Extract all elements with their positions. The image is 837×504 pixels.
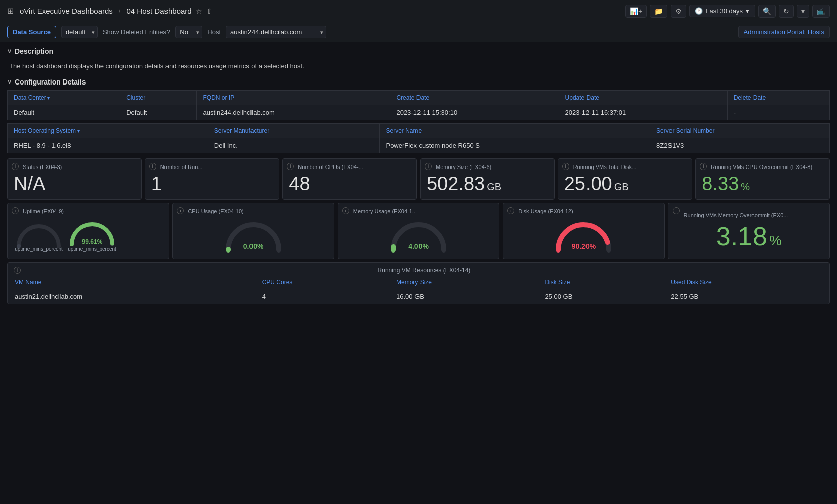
metric-title-disk: Running VMs Total Disk... <box>564 164 686 170</box>
col-disk-size: Disk Size <box>538 276 663 289</box>
cpu-overcommit-unit: % <box>741 182 750 192</box>
info-icon-2: i <box>149 163 156 170</box>
admin-portal-link[interactable]: Administration Portal: Hosts <box>738 26 830 38</box>
gauge-card-memory-usage: i Memory Usage (EX04-1... 4.00% <box>338 203 499 259</box>
metric-card-cpu-overcommit: i Running VMs CPU Overcommit (EX04-8) 8.… <box>695 158 830 200</box>
disk-gauge-value: 90.20% <box>572 242 596 250</box>
col-host-os[interactable]: Host Operating System <box>8 124 208 138</box>
chevron-down-icon: ∨ <box>7 78 12 86</box>
data-source-select-wrap[interactable]: default <box>61 26 98 38</box>
vm-table-header: VM Name CPU Cores Memory Size Disk Size … <box>8 276 829 289</box>
col-server-mfr: Server Manufacturer <box>208 124 380 138</box>
metric-title-cpus: Number of CPUs (EX04-... <box>289 164 410 170</box>
cell-server-mfr: Dell Inc. <box>208 138 380 153</box>
metric-title-running-vms: Number of Run... <box>151 164 273 170</box>
gauge-title-uptime: Uptime (EX04-9) <box>14 208 162 214</box>
description-section-header[interactable]: ∨ Description <box>7 47 830 55</box>
memory-overcommit-value: 3.18 <box>716 223 767 249</box>
running-vm-title: Running VM Resources (EX04-14) <box>25 267 823 274</box>
metric-value-running-vms: 1 <box>151 174 273 193</box>
config-table-1: Data Center Cluster FQDN or IP Create Da… <box>7 90 830 120</box>
top-nav-right: 📊+ 📁 ⚙ 🕐 Last 30 days ▾ 🔍 ↻ ▾ 📺 <box>625 5 830 18</box>
metric-card-cpus: i Number of CPUs (EX04-... 48 <box>282 158 417 200</box>
vm-table-row: austin21.dellhcilab.com 4 16.00 GB 25.00… <box>8 289 829 304</box>
memory-gauge-value: 4.00% <box>408 242 429 250</box>
data-source-label: Data Source <box>7 26 56 38</box>
cell-delete-date: - <box>727 105 829 120</box>
config-section-header[interactable]: ∨ Configuration Details <box>7 78 830 86</box>
toolbar: Data Source default Show Deleted Entitie… <box>0 22 837 42</box>
time-range-picker[interactable]: 🕐 Last 30 days ▾ <box>689 5 755 17</box>
show-deleted-label: Show Deleted Entities? <box>103 28 170 36</box>
gauge-card-disk-usage: i Disk Usage (EX04-12) 90.20% <box>503 203 664 259</box>
cell-serial: 8Z2S1V3 <box>650 138 830 153</box>
metric-card-memory: i Memory Size (EX04-6) 502.83 GB <box>420 158 555 200</box>
metric-cards-row: i Status (EX04-3) N/A i Number of Run...… <box>7 158 830 200</box>
gauge-card-uptime: i Uptime (EX04-9) uptime_mins_percent <box>7 203 169 259</box>
col-server-name: Server Name <box>380 124 650 138</box>
chevron-down-icon: ▾ <box>746 7 749 15</box>
col-data-center[interactable]: Data Center <box>8 91 120 105</box>
tv-mode-button[interactable]: 📺 <box>812 5 830 18</box>
show-deleted-select[interactable]: No Yes <box>175 26 202 38</box>
description-header-label: Description <box>15 47 53 55</box>
metric-value-memory: 502.83 GB <box>427 174 548 193</box>
refresh-button[interactable]: ↻ <box>779 5 794 18</box>
host-label: Host <box>207 28 221 36</box>
share-icon[interactable]: ⇧ <box>206 7 212 15</box>
memory-overcommit-unit: % <box>769 233 782 249</box>
cell-cpu-cores: 4 <box>255 289 389 304</box>
cell-host-os: RHEL - 8.9 - 1.6.el8 <box>8 138 208 153</box>
memory-unit: GB <box>487 182 501 192</box>
toolbar-right: Administration Portal: Hosts <box>738 26 830 38</box>
settings-button[interactable]: ⚙ <box>671 5 686 18</box>
cell-fqdn: austin244.dellhcilab.com <box>197 105 390 120</box>
host-select[interactable]: austin244.dellhcilab.com <box>226 26 326 38</box>
metric-value-cpus: 48 <box>289 174 410 193</box>
show-deleted-select-wrap[interactable]: No Yes <box>175 26 202 38</box>
metric-value-disk: 25.00 GB <box>564 174 686 193</box>
breadcrumb-page: 04 Host Dashboard <box>126 7 191 15</box>
gauge-title-memory-usage: Memory Usage (EX04-1... <box>344 208 493 214</box>
info-icon-memory-overcommit: i <box>673 207 680 214</box>
metric-card-running-vms: i Number of Run... 1 <box>145 158 280 200</box>
metric-card-disk: i Running VMs Total Disk... 25.00 GB <box>558 158 693 200</box>
chevron-down-icon: ∨ <box>7 48 12 55</box>
uptime-value-2: 99.61% <box>82 238 103 245</box>
data-source-select[interactable]: default <box>61 26 98 38</box>
host-select-wrap[interactable]: austin244.dellhcilab.com <box>226 26 326 38</box>
col-used-disk-size: Used Disk Size <box>663 276 829 289</box>
grid-icon: ⊞ <box>7 6 14 16</box>
vm-resources-table: VM Name CPU Cores Memory Size Disk Size … <box>8 276 829 304</box>
favorite-icon[interactable]: ☆ <box>196 7 202 15</box>
cell-disk-size: 25.00 GB <box>538 289 663 304</box>
cell-data-center: Default <box>8 105 120 120</box>
col-vm-name: VM Name <box>8 276 255 289</box>
info-icon-memory-usage: i <box>342 207 349 214</box>
info-icon-uptime: i <box>12 207 19 214</box>
open-button[interactable]: 📁 <box>650 5 667 18</box>
metric-value-status: N/A <box>14 174 135 193</box>
cell-vm-name: austin21.dellhcilab.com <box>8 289 255 304</box>
col-delete-date: Delete Date <box>727 91 829 105</box>
cell-memory-size: 16.00 GB <box>389 289 538 304</box>
config-details-section: ∨ Configuration Details Data Center Clus… <box>7 78 830 153</box>
config-row-1: Default Default austin244.dellhcilab.com… <box>8 105 830 120</box>
info-icon: i <box>12 163 19 170</box>
metric-title-status: Status (EX04-3) <box>14 164 135 170</box>
breadcrumb-separator: / <box>119 7 121 15</box>
config-row-2: RHEL - 8.9 - 1.6.el8 Dell Inc. PowerFlex… <box>8 138 830 153</box>
cpu-gauge-value: 0.00% <box>243 242 264 250</box>
cell-used-disk-size: 22.55 GB <box>663 289 829 304</box>
refresh-interval-button[interactable]: ▾ <box>797 5 809 18</box>
cell-server-name: PowerFlex custom node R650 S <box>380 138 650 153</box>
uptime-label-1: uptime_mins_percent <box>15 246 63 252</box>
col-update-date: Update Date <box>559 91 727 105</box>
add-panel-button[interactable]: 📊+ <box>625 5 647 18</box>
zoom-out-button[interactable]: 🔍 <box>758 5 776 18</box>
cell-update-date: 2023-12-11 16:37:01 <box>559 105 727 120</box>
info-icon-4: i <box>425 163 432 170</box>
col-create-date: Create Date <box>390 91 559 105</box>
uptime-gauge-1 <box>14 219 64 248</box>
config-header-label: Configuration Details <box>15 78 86 86</box>
